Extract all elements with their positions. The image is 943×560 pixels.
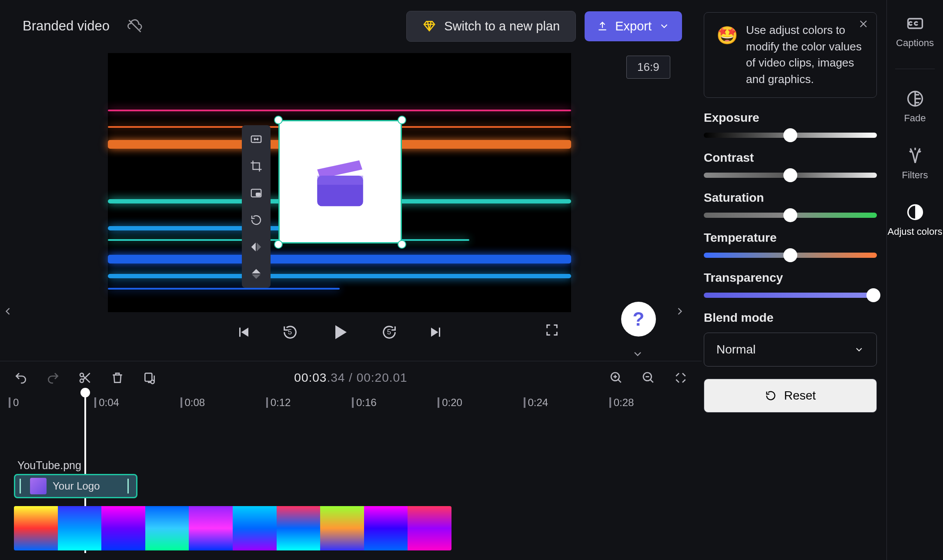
help-button[interactable]: ? — [621, 302, 656, 337]
sidebar-label: Fade — [904, 113, 926, 124]
zoom-in-button[interactable] — [609, 370, 624, 386]
aspect-ratio-button[interactable]: 16:9 — [626, 56, 670, 79]
undo-button[interactable] — [13, 370, 29, 386]
flip-horizontal-icon[interactable] — [248, 239, 264, 255]
upgrade-button[interactable]: Switch to a new plan — [406, 11, 576, 42]
contrast-slider[interactable] — [704, 173, 877, 178]
skip-end-button[interactable] — [427, 323, 446, 342]
resize-handle-tl[interactable] — [274, 116, 283, 124]
exposure-title: Exposure — [704, 111, 877, 125]
adjust-colors-icon — [906, 203, 925, 222]
zoom-fit-button[interactable] — [673, 370, 689, 386]
ruler-mark: 0:04 — [94, 397, 180, 416]
rotate-icon[interactable] — [248, 212, 264, 228]
clip-handle-right[interactable] — [127, 479, 132, 493]
clapper-icon — [302, 143, 378, 220]
blend-mode-title: Blend mode — [704, 311, 877, 325]
duplicate-button[interactable] — [142, 370, 157, 386]
chevron-down-icon — [659, 20, 670, 32]
contrast-title: Contrast — [704, 151, 877, 165]
ruler-mark: 0:12 — [266, 397, 352, 416]
right-panel-toggle[interactable] — [674, 305, 686, 317]
close-tip-button[interactable] — [858, 19, 870, 31]
cloud-off-icon[interactable] — [127, 18, 143, 34]
temperature-title: Temperature — [704, 231, 877, 245]
exposure-slider[interactable] — [704, 133, 877, 138]
play-button[interactable] — [328, 320, 352, 344]
filters-icon — [906, 146, 925, 165]
project-title[interactable]: Branded video — [23, 18, 110, 34]
captions-icon — [906, 14, 925, 33]
skip-fwd-value: 5 — [387, 328, 391, 337]
chevron-down-icon — [854, 344, 864, 355]
ruler-mark: 0:28 — [609, 397, 695, 416]
selected-media-element[interactable] — [278, 120, 402, 243]
saturation-title: Saturation — [704, 191, 877, 205]
upgrade-label: Switch to a new plan — [444, 19, 560, 33]
clip-handle-left[interactable] — [20, 479, 24, 493]
clip-label: Your Logo — [53, 480, 100, 492]
sidebar-tab-adjust-colors[interactable]: Adjust colors — [887, 201, 943, 239]
crop-icon[interactable] — [248, 158, 264, 174]
timecode-display: 00:03.34 / 00:20.01 — [294, 371, 407, 385]
saturation-slider[interactable] — [704, 213, 877, 218]
redo-button[interactable] — [45, 370, 61, 386]
tip-card: 🤩 Use adjust colors to modify the color … — [704, 12, 877, 98]
blend-mode-value: Normal — [716, 343, 756, 357]
ruler-mark: 0 — [9, 397, 94, 416]
reset-button[interactable]: Reset — [704, 379, 877, 413]
svg-rect-4 — [317, 176, 363, 185]
fade-icon — [906, 89, 925, 108]
svg-rect-7 — [145, 373, 152, 381]
transparency-slider[interactable] — [704, 293, 877, 298]
sidebar-label: Filters — [902, 170, 928, 181]
left-panel-toggle[interactable] — [2, 305, 14, 317]
clip-tooltip: YouTube.png — [17, 459, 81, 472]
export-button[interactable]: Export — [585, 11, 682, 41]
temperature-slider[interactable] — [704, 253, 877, 258]
right-sidebar: Captions Fade Filters Adjust colors — [886, 0, 943, 560]
skip-forward-5-button[interactable]: 5 — [380, 323, 399, 342]
svg-point-6 — [80, 379, 84, 382]
zoom-out-button[interactable] — [641, 370, 656, 386]
tip-text: Use adjust colors to modify the color va… — [746, 22, 864, 88]
split-button[interactable] — [77, 370, 93, 386]
transparency-title: Transparency — [704, 271, 877, 285]
sidebar-tab-fade[interactable]: Fade — [887, 87, 943, 126]
svg-rect-2 — [256, 193, 260, 196]
timeline-toolbar: 00:03.34 / 00:20.01 — [0, 361, 702, 394]
ruler-mark: 0:24 — [524, 397, 609, 416]
skip-start-button[interactable] — [234, 323, 253, 342]
tip-emoji-icon: 🤩 — [716, 27, 738, 44]
ruler-mark: 0:08 — [181, 397, 266, 416]
sidebar-label: Adjust colors — [888, 226, 943, 237]
skip-back-value: 5 — [288, 328, 292, 337]
sidebar-tab-captions[interactable]: Captions — [887, 12, 943, 50]
logo-clip[interactable]: Your Logo — [14, 474, 137, 498]
fit-icon[interactable] — [248, 131, 264, 147]
reset-icon — [765, 390, 777, 402]
reset-label: Reset — [784, 389, 816, 403]
video-track-clip[interactable] — [14, 506, 451, 550]
svg-point-5 — [80, 373, 84, 377]
resize-handle-br[interactable] — [398, 240, 406, 249]
sidebar-label: Captions — [896, 37, 934, 49]
preview-vertical-toolbar — [242, 125, 271, 288]
resize-handle-tr[interactable] — [398, 116, 406, 124]
sidebar-tab-filters[interactable]: Filters — [887, 144, 943, 183]
resize-handle-bl[interactable] — [274, 240, 283, 249]
ruler-mark: 0:16 — [352, 397, 438, 416]
timeline-collapse-button[interactable] — [632, 348, 644, 360]
blend-mode-select[interactable]: Normal — [704, 333, 877, 367]
flip-vertical-icon[interactable] — [248, 266, 264, 282]
skip-back-5-button[interactable]: 5 — [281, 323, 300, 342]
delete-button[interactable] — [110, 370, 125, 386]
clip-thumbnail — [30, 478, 47, 494]
ruler-mark: 0:20 — [438, 397, 523, 416]
time-ruler[interactable]: 0 0:04 0:08 0:12 0:16 0:20 0:24 0:28 — [9, 397, 695, 416]
adjust-colors-panel: 🤩 Use adjust colors to modify the color … — [695, 0, 886, 560]
export-label: Export — [615, 19, 652, 33]
picture-in-picture-icon[interactable] — [248, 185, 264, 201]
playback-controls: 5 5 — [108, 320, 571, 344]
